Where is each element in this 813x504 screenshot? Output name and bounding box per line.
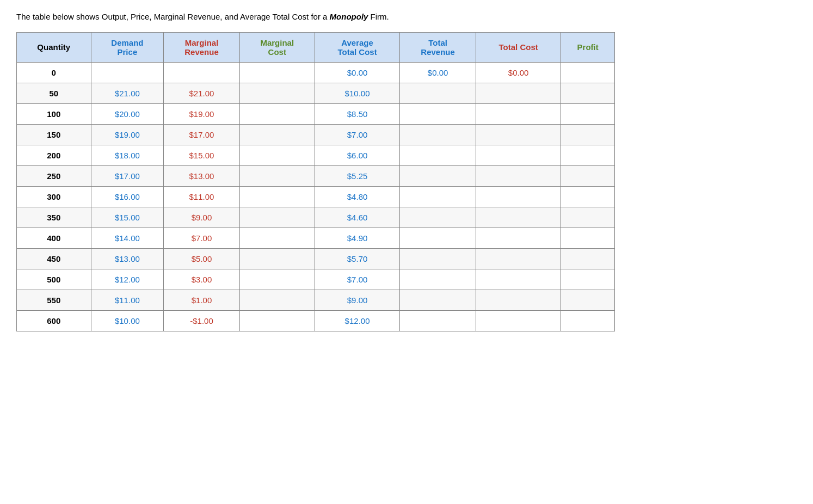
cell-marginal_cost [239,165,315,186]
cell-profit [561,103,615,124]
cell-profit [561,62,615,83]
cell-total_cost [476,290,561,310]
cell-atc: $12.00 [315,310,400,331]
cell-demand_price: $20.00 [91,103,164,124]
cell-demand_price: $19.00 [91,124,164,145]
table-row: 500$12.00$3.00$7.00 [17,269,615,290]
cell-marginal_cost [239,269,315,290]
cell-marginal_revenue [164,62,240,83]
header-row: QuantityDemandPriceMarginalRevenueMargin… [17,32,615,62]
cell-quantity: 150 [17,124,91,145]
cell-total_revenue [400,145,476,165]
table-row: 550$11.00$1.00$9.00 [17,290,615,310]
cell-quantity: 500 [17,269,91,290]
cell-demand_price: $14.00 [91,228,164,248]
cell-marginal_cost [239,62,315,83]
cell-atc: $0.00 [315,62,400,83]
cell-demand_price [91,62,164,83]
cell-atc: $4.80 [315,186,400,207]
cell-atc: $4.90 [315,228,400,248]
cell-profit [561,248,615,269]
cell-total_revenue [400,83,476,103]
th-atc: AverageTotal Cost [315,32,400,62]
cell-profit [561,269,615,290]
cell-quantity: 50 [17,83,91,103]
cell-quantity: 600 [17,310,91,331]
cell-quantity: 350 [17,207,91,228]
table-row: 250$17.00$13.00$5.25 [17,165,615,186]
cell-quantity: 200 [17,145,91,165]
cell-total_cost: $0.00 [476,62,561,83]
cell-quantity: 300 [17,186,91,207]
cell-quantity: 0 [17,62,91,83]
cell-total_revenue [400,310,476,331]
intro-text-before: The table below shows Output, Price, Mar… [16,12,330,21]
cell-demand_price: $10.00 [91,310,164,331]
cell-atc: $7.00 [315,124,400,145]
cell-marginal_revenue: $11.00 [164,186,240,207]
cell-demand_price: $16.00 [91,186,164,207]
cell-marginal_cost [239,186,315,207]
cell-total_revenue [400,228,476,248]
th-marginal_revenue: MarginalRevenue [164,32,240,62]
cell-marginal_revenue: $17.00 [164,124,240,145]
cell-quantity: 100 [17,103,91,124]
cell-profit [561,83,615,103]
cell-demand_price: $18.00 [91,145,164,165]
cell-marginal_cost [239,124,315,145]
cell-atc: $8.50 [315,103,400,124]
cell-total_revenue [400,207,476,228]
cell-total_revenue [400,165,476,186]
cell-marginal_cost [239,228,315,248]
cell-total_cost [476,103,561,124]
cell-quantity: 450 [17,248,91,269]
table-row: 400$14.00$7.00$4.90 [17,228,615,248]
cell-quantity: 550 [17,290,91,310]
cell-profit [561,145,615,165]
th-marginal_cost: MarginalCost [239,32,315,62]
th-demand_price: DemandPrice [91,32,164,62]
table-row: 50$21.00$21.00$10.00 [17,83,615,103]
cell-demand_price: $12.00 [91,269,164,290]
table-row: 150$19.00$17.00$7.00 [17,124,615,145]
cell-quantity: 250 [17,165,91,186]
cell-total_revenue [400,248,476,269]
th-total_cost: Total Cost [476,32,561,62]
cell-demand_price: $15.00 [91,207,164,228]
cell-marginal_cost [239,207,315,228]
table-row: 0$0.00$0.00$0.00 [17,62,615,83]
cell-total_cost [476,228,561,248]
th-total_revenue: TotalRevenue [400,32,476,62]
table-body: 0$0.00$0.00$0.0050$21.00$21.00$10.00100$… [17,62,615,331]
cell-profit [561,186,615,207]
cell-atc: $4.60 [315,207,400,228]
cell-quantity: 400 [17,228,91,248]
cell-total_cost [476,83,561,103]
cell-total_cost [476,145,561,165]
cell-total_cost [476,207,561,228]
cell-demand_price: $11.00 [91,290,164,310]
cell-marginal_revenue: -$1.00 [164,310,240,331]
cell-total_revenue [400,269,476,290]
cell-demand_price: $17.00 [91,165,164,186]
cell-profit [561,124,615,145]
cell-demand_price: $13.00 [91,248,164,269]
intro-monopoly-word: Monopoly [330,12,368,21]
cell-profit [561,228,615,248]
cell-total_revenue [400,103,476,124]
cell-profit [561,290,615,310]
cell-marginal_cost [239,310,315,331]
th-profit: Profit [561,32,615,62]
cell-atc: $5.25 [315,165,400,186]
cell-marginal_revenue: $7.00 [164,228,240,248]
table-row: 200$18.00$15.00$6.00 [17,145,615,165]
cell-marginal_revenue: $13.00 [164,165,240,186]
cell-marginal_revenue: $1.00 [164,290,240,310]
monopoly-table: QuantityDemandPriceMarginalRevenueMargin… [16,32,615,331]
table-row: 100$20.00$19.00$8.50 [17,103,615,124]
cell-marginal_revenue: $21.00 [164,83,240,103]
cell-marginal_cost [239,103,315,124]
intro-paragraph: The table below shows Output, Price, Mar… [16,11,797,23]
cell-marginal_cost [239,290,315,310]
cell-profit [561,165,615,186]
